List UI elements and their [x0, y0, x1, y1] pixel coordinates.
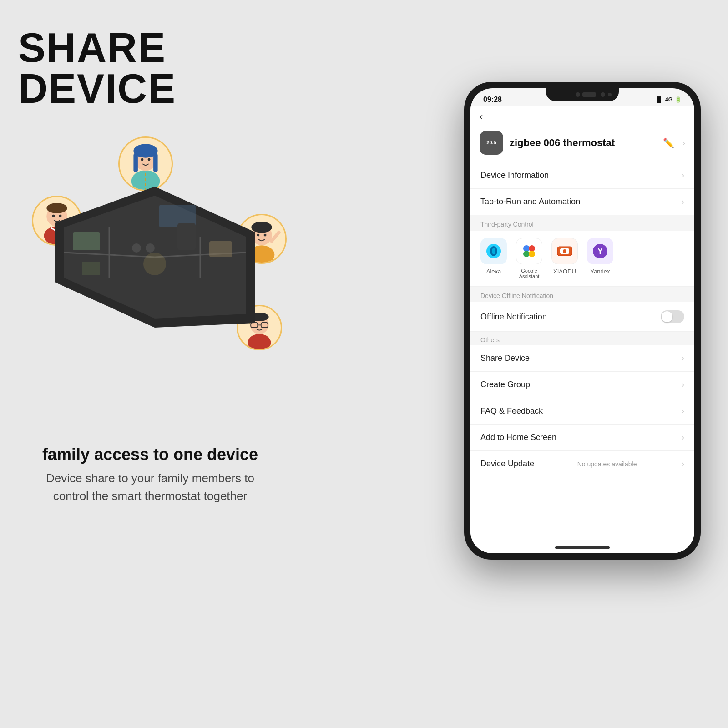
svg-point-43: [146, 243, 155, 253]
device-header: 20.5 zigbee 006 thermostat ✏️ ›: [470, 127, 694, 162]
svg-point-42: [132, 243, 141, 253]
svg-point-53: [523, 245, 530, 252]
home-indicator[interactable]: [555, 546, 610, 549]
svg-point-48: [601, 92, 605, 97]
device-information-chevron: ›: [682, 171, 684, 180]
alexa-item[interactable]: Alexa: [480, 238, 507, 279]
device-header-chevron: ›: [682, 138, 685, 148]
offline-notification-label: Offline Notification: [480, 312, 547, 322]
yandex-item[interactable]: Y Yandex: [587, 238, 613, 279]
svg-point-45: [143, 253, 166, 275]
xiaodu-label: XIAODU: [553, 268, 576, 275]
toggle-knob: [662, 311, 672, 322]
device-update-row[interactable]: Device Update No updates available ›: [470, 451, 694, 477]
device-update-status: No updates available: [577, 460, 637, 468]
svg-point-19: [264, 234, 267, 237]
signal-bars-icon: ▐▌: [655, 96, 663, 103]
svg-rect-11: [153, 153, 158, 172]
add-to-home-chevron: ›: [682, 433, 684, 442]
status-icons: ▐▌ 4G 🔋: [655, 96, 682, 103]
caption-sub-line2: control the smart thermostat together: [18, 487, 282, 505]
offline-section-header: Device Offline Notification: [470, 287, 694, 302]
yandex-label: Yandex: [590, 268, 610, 275]
page-title: SHARE DEVICE: [18, 27, 282, 109]
svg-point-49: [608, 93, 612, 96]
svg-point-52: [492, 248, 495, 254]
xiaodu-item[interactable]: XIAODU: [551, 238, 578, 279]
google-assistant-icon: [516, 238, 542, 264]
app-content: ‹ 20.5 zigbee 006 thermostat ✏️ › Device…: [470, 106, 694, 553]
menu-item-device-information[interactable]: Device Information ›: [470, 162, 694, 189]
menu-item-faq[interactable]: FAQ & Feedback ›: [470, 398, 694, 425]
third-party-grid: Alexa: [480, 238, 684, 279]
phone-wrapper: 09:28 ▐▌ 4G 🔋 ‹ 20.5 zigbee 006 thermost…: [464, 82, 701, 560]
share-device-label: Share Device: [480, 354, 530, 363]
svg-point-12: [141, 158, 144, 161]
device-icon-text: 20.5: [486, 140, 496, 146]
device-name: zigbee 006 thermostat: [510, 137, 657, 149]
tap-to-run-chevron: ›: [682, 197, 684, 207]
svg-rect-38: [73, 232, 100, 250]
caption-sub-line1: Device share to your family members to: [18, 470, 282, 487]
house-illustration: [46, 177, 264, 350]
back-button[interactable]: ‹: [470, 106, 694, 127]
svg-point-13: [148, 158, 151, 161]
menu-item-create-group[interactable]: Create Group ›: [470, 372, 694, 398]
phone-shell: 09:28 ▐▌ 4G 🔋 ‹ 20.5 zigbee 006 thermost…: [464, 82, 701, 560]
network-type: 4G: [665, 96, 672, 103]
svg-rect-40: [209, 241, 232, 257]
google-assistant-item[interactable]: Google Assistant: [516, 238, 542, 279]
caption-title: family access to one device: [18, 445, 282, 464]
menu-item-share-device[interactable]: Share Device ›: [470, 345, 694, 372]
illustration-area: family access to one device Device share…: [18, 123, 291, 378]
battery-icon: 🔋: [675, 96, 682, 103]
svg-point-59: [563, 249, 566, 253]
menu-item-tap-to-run[interactable]: Tap-to-Run and Automation ›: [470, 189, 694, 215]
svg-point-55: [523, 251, 530, 257]
add-to-home-label: Add to Home Screen: [480, 433, 556, 442]
svg-rect-47: [582, 92, 596, 97]
offline-toggle[interactable]: [661, 310, 684, 323]
svg-text:Y: Y: [597, 247, 603, 256]
svg-rect-44: [177, 223, 196, 250]
share-device-chevron: ›: [682, 354, 684, 363]
phone-notch: [546, 88, 619, 101]
xiaodu-icon: [551, 238, 578, 264]
svg-rect-10: [133, 153, 138, 172]
create-group-chevron: ›: [682, 380, 684, 389]
device-information-label: Device Information: [480, 171, 549, 180]
svg-point-56: [529, 251, 535, 257]
device-update-chevron: ›: [682, 459, 684, 469]
create-group-label: Create Group: [480, 380, 530, 389]
yandex-icon: Y: [587, 238, 613, 264]
faq-chevron: ›: [682, 406, 684, 416]
menu-item-add-to-home[interactable]: Add to Home Screen ›: [470, 425, 694, 451]
left-section: SHARE DEVICE: [18, 27, 282, 378]
third-party-section-header: Third-party Control: [470, 215, 694, 231]
caption-area: family access to one device Device share…: [18, 445, 282, 505]
edit-icon[interactable]: ✏️: [663, 137, 674, 148]
status-time: 09:28: [483, 96, 502, 104]
alexa-label: Alexa: [486, 268, 501, 275]
others-section-header: Others: [470, 332, 694, 345]
svg-point-46: [576, 92, 580, 97]
device-update-label: Device Update: [480, 459, 534, 469]
svg-point-54: [529, 245, 535, 252]
tap-to-run-label: Tap-to-Run and Automation: [480, 197, 580, 207]
google-assistant-label: Google Assistant: [519, 268, 540, 279]
phone-screen: 09:28 ▐▌ 4G 🔋 ‹ 20.5 zigbee 006 thermost…: [470, 88, 694, 553]
device-icon: 20.5: [480, 131, 503, 155]
faq-label: FAQ & Feedback: [480, 406, 543, 416]
alexa-icon: [480, 238, 507, 264]
offline-notification-row[interactable]: Offline Notification: [470, 302, 694, 332]
third-party-section: Alexa: [470, 231, 694, 287]
svg-rect-41: [82, 262, 100, 275]
